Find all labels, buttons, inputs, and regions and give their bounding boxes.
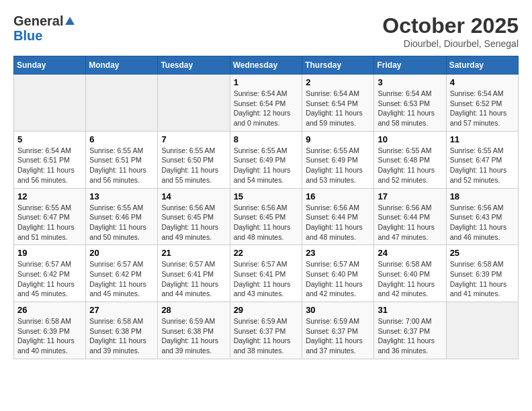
logo-line1: General <box>13 13 75 28</box>
calendar-week-5: 26Sunrise: 6:58 AMSunset: 6:39 PMDayligh… <box>14 302 519 359</box>
calendar-cell: 13Sunrise: 6:55 AMSunset: 6:46 PMDayligh… <box>86 188 158 245</box>
day-info: Sunrise: 6:55 AMSunset: 6:49 PMDaylight:… <box>234 146 299 185</box>
calendar-cell: 14Sunrise: 6:56 AMSunset: 6:45 PMDayligh… <box>158 188 230 245</box>
day-info: Sunrise: 7:00 AMSunset: 6:37 PMDaylight:… <box>378 316 442 356</box>
day-number: 27 <box>89 305 154 315</box>
calendar-cell: 15Sunrise: 6:56 AMSunset: 6:45 PMDayligh… <box>230 188 302 245</box>
day-info: Sunrise: 6:57 AMSunset: 6:41 PMDaylight:… <box>234 259 299 299</box>
day-number: 28 <box>161 305 226 315</box>
col-thursday: Thursday <box>302 56 374 75</box>
day-number: 3 <box>378 77 442 87</box>
day-number: 11 <box>450 134 515 144</box>
day-number: 19 <box>17 248 82 258</box>
calendar-cell: 5Sunrise: 6:54 AMSunset: 6:51 PMDaylight… <box>14 131 86 188</box>
day-number: 10 <box>378 134 442 144</box>
calendar-cell: 10Sunrise: 6:55 AMSunset: 6:48 PMDayligh… <box>374 131 446 188</box>
calendar-cell: 18Sunrise: 6:56 AMSunset: 6:43 PMDayligh… <box>446 188 518 245</box>
day-info: Sunrise: 6:56 AMSunset: 6:45 PMDaylight:… <box>234 203 299 242</box>
calendar-cell: 21Sunrise: 6:57 AMSunset: 6:41 PMDayligh… <box>158 245 230 302</box>
day-info: Sunrise: 6:56 AMSunset: 6:43 PMDaylight:… <box>450 203 515 242</box>
calendar-cell: 12Sunrise: 6:55 AMSunset: 6:47 PMDayligh… <box>14 188 86 245</box>
day-number: 21 <box>161 248 226 258</box>
calendar-cell: 8Sunrise: 6:55 AMSunset: 6:49 PMDaylight… <box>230 131 302 188</box>
day-info: Sunrise: 6:55 AMSunset: 6:46 PMDaylight:… <box>89 203 154 242</box>
col-wednesday: Wednesday <box>230 56 302 75</box>
day-info: Sunrise: 6:55 AMSunset: 6:47 PMDaylight:… <box>450 146 515 185</box>
day-number: 22 <box>234 248 299 258</box>
calendar-cell: 27Sunrise: 6:58 AMSunset: 6:38 PMDayligh… <box>86 302 158 359</box>
day-number: 18 <box>450 191 515 201</box>
calendar-cell: 9Sunrise: 6:55 AMSunset: 6:49 PMDaylight… <box>302 131 374 188</box>
calendar-cell: 3Sunrise: 6:54 AMSunset: 6:53 PMDaylight… <box>374 75 446 132</box>
calendar-cell: 20Sunrise: 6:57 AMSunset: 6:42 PMDayligh… <box>86 245 158 302</box>
day-info: Sunrise: 6:58 AMSunset: 6:39 PMDaylight:… <box>17 316 82 356</box>
day-number: 16 <box>306 191 370 201</box>
day-info: Sunrise: 6:57 AMSunset: 6:42 PMDaylight:… <box>89 259 154 299</box>
day-info: Sunrise: 6:56 AMSunset: 6:44 PMDaylight:… <box>306 203 370 242</box>
day-number: 7 <box>161 134 226 144</box>
calendar-cell <box>86 75 158 132</box>
day-info: Sunrise: 6:55 AMSunset: 6:48 PMDaylight:… <box>378 146 442 185</box>
calendar-cell: 2Sunrise: 6:54 AMSunset: 6:54 PMDaylight… <box>302 75 374 132</box>
calendar-cell: 19Sunrise: 6:57 AMSunset: 6:42 PMDayligh… <box>14 245 86 302</box>
calendar-cell: 22Sunrise: 6:57 AMSunset: 6:41 PMDayligh… <box>230 245 302 302</box>
day-info: Sunrise: 6:58 AMSunset: 6:38 PMDaylight:… <box>89 316 154 356</box>
day-info: Sunrise: 6:56 AMSunset: 6:45 PMDaylight:… <box>161 203 226 242</box>
day-info: Sunrise: 6:54 AMSunset: 6:52 PMDaylight:… <box>450 89 515 128</box>
day-info: Sunrise: 6:58 AMSunset: 6:40 PMDaylight:… <box>378 259 442 299</box>
day-number: 13 <box>89 191 154 201</box>
logo-line2: Blue <box>13 28 75 43</box>
day-info: Sunrise: 6:55 AMSunset: 6:50 PMDaylight:… <box>161 146 226 185</box>
calendar-subtitle: Diourbel, Diourbel, Senegal <box>382 38 519 49</box>
day-info: Sunrise: 6:57 AMSunset: 6:41 PMDaylight:… <box>161 259 226 299</box>
day-number: 30 <box>306 305 370 315</box>
calendar-cell: 11Sunrise: 6:55 AMSunset: 6:47 PMDayligh… <box>446 131 518 188</box>
calendar-cell: 4Sunrise: 6:54 AMSunset: 6:52 PMDaylight… <box>446 75 518 132</box>
title-block: October 2025 Diourbel, Diourbel, Senegal <box>382 13 519 49</box>
day-info: Sunrise: 6:54 AMSunset: 6:54 PMDaylight:… <box>306 89 370 128</box>
calendar-week-3: 12Sunrise: 6:55 AMSunset: 6:47 PMDayligh… <box>14 188 519 245</box>
logo: General Blue <box>13 13 75 43</box>
calendar-cell: 24Sunrise: 6:58 AMSunset: 6:40 PMDayligh… <box>374 245 446 302</box>
day-number: 5 <box>17 134 82 144</box>
day-number: 20 <box>89 248 154 258</box>
calendar-cell <box>14 75 86 132</box>
day-number: 31 <box>378 305 442 315</box>
day-number: 29 <box>234 305 299 315</box>
page-header: General Blue October 2025 Diourbel, Diou… <box>13 13 519 49</box>
day-number: 6 <box>89 134 154 144</box>
day-number: 14 <box>161 191 226 201</box>
day-info: Sunrise: 6:56 AMSunset: 6:44 PMDaylight:… <box>378 203 442 242</box>
day-info: Sunrise: 6:54 AMSunset: 6:53 PMDaylight:… <box>378 89 442 128</box>
calendar-header: Sunday Monday Tuesday Wednesday Thursday… <box>14 56 519 75</box>
col-monday: Monday <box>86 56 158 75</box>
calendar-cell: 17Sunrise: 6:56 AMSunset: 6:44 PMDayligh… <box>374 188 446 245</box>
calendar-cell: 28Sunrise: 6:59 AMSunset: 6:38 PMDayligh… <box>158 302 230 359</box>
col-tuesday: Tuesday <box>158 56 230 75</box>
day-info: Sunrise: 6:58 AMSunset: 6:39 PMDaylight:… <box>450 259 515 299</box>
day-number: 2 <box>306 77 370 87</box>
col-saturday: Saturday <box>446 56 518 75</box>
calendar-cell: 23Sunrise: 6:57 AMSunset: 6:40 PMDayligh… <box>302 245 374 302</box>
col-friday: Friday <box>374 56 446 75</box>
day-number: 4 <box>450 77 515 87</box>
calendar-week-1: 1Sunrise: 6:54 AMSunset: 6:54 PMDaylight… <box>14 75 519 132</box>
calendar-cell: 30Sunrise: 6:59 AMSunset: 6:37 PMDayligh… <box>302 302 374 359</box>
calendar-cell: 26Sunrise: 6:58 AMSunset: 6:39 PMDayligh… <box>14 302 86 359</box>
day-number: 23 <box>306 248 370 258</box>
calendar-cell <box>446 302 518 359</box>
day-info: Sunrise: 6:54 AMSunset: 6:54 PMDaylight:… <box>234 89 299 128</box>
day-number: 15 <box>234 191 299 201</box>
calendar-body: 1Sunrise: 6:54 AMSunset: 6:54 PMDaylight… <box>14 75 519 359</box>
day-info: Sunrise: 6:55 AMSunset: 6:49 PMDaylight:… <box>306 146 370 185</box>
day-number: 12 <box>17 191 82 201</box>
day-number: 8 <box>234 134 299 144</box>
calendar-cell: 7Sunrise: 6:55 AMSunset: 6:50 PMDaylight… <box>158 131 230 188</box>
header-row: Sunday Monday Tuesday Wednesday Thursday… <box>14 56 519 75</box>
calendar-cell: 29Sunrise: 6:59 AMSunset: 6:37 PMDayligh… <box>230 302 302 359</box>
day-number: 9 <box>306 134 370 144</box>
day-info: Sunrise: 6:57 AMSunset: 6:42 PMDaylight:… <box>17 259 82 299</box>
calendar-cell: 25Sunrise: 6:58 AMSunset: 6:39 PMDayligh… <box>446 245 518 302</box>
day-number: 24 <box>378 248 442 258</box>
calendar-table: Sunday Monday Tuesday Wednesday Thursday… <box>13 56 519 359</box>
